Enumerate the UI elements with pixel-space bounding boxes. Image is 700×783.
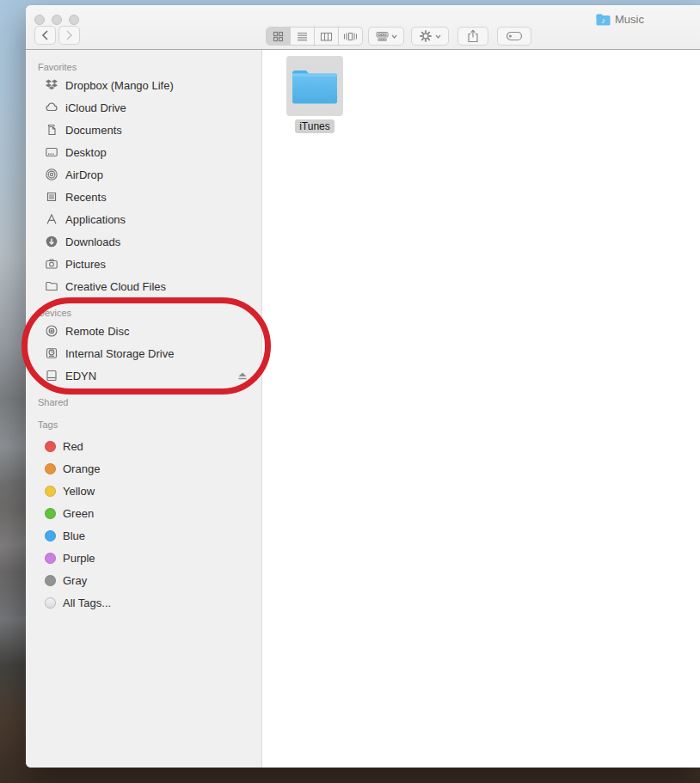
coverflow-view-button[interactable]: [339, 28, 362, 45]
list-view-button[interactable]: [291, 28, 315, 45]
eject-button[interactable]: [236, 370, 249, 382]
folder-selection-highlight: [286, 56, 343, 116]
sidebar-item-documents[interactable]: Documents: [26, 119, 261, 141]
sidebar-item-label: Gray: [63, 574, 87, 587]
view-mode-segmented-control: [266, 27, 363, 46]
arrange-button[interactable]: [368, 27, 404, 46]
sidebar-item-label: Yellow: [63, 485, 95, 498]
sidebar-item-label: Desktop: [65, 146, 107, 159]
sidebar-item-tag-blue[interactable]: Blue: [26, 524, 261, 547]
sidebar-item-airdrop[interactable]: AirDrop: [26, 163, 261, 186]
forward-button[interactable]: [58, 26, 80, 45]
window-title-text: Music: [615, 13, 644, 26]
sidebar-item-tag-red[interactable]: Red: [26, 435, 261, 457]
icon-view-button[interactable]: [267, 28, 291, 45]
disc-icon: [45, 324, 58, 338]
music-folder-icon: ♪: [596, 14, 611, 26]
sidebar-section-shared: Shared: [38, 395, 261, 409]
traffic-lights: [34, 15, 79, 25]
list-view-icon: [297, 31, 308, 42]
group-icon: [376, 31, 389, 42]
red-tag-dot-icon: [45, 441, 56, 452]
gear-icon: [419, 29, 433, 43]
sidebar-item-creative-cloud-files[interactable]: Creative Cloud Files: [26, 275, 261, 297]
sidebar-item-tag-orange[interactable]: Orange: [26, 457, 261, 480]
sidebar-item-remote-disc[interactable]: Remote Disc: [26, 320, 261, 342]
blue-tag-dot-icon: [45, 530, 56, 541]
file-view: iTunes: [262, 50, 700, 768]
sidebar-section-tags: Tags: [38, 418, 261, 431]
pictures-icon: [45, 257, 58, 271]
sidebar-item-edyn[interactable]: EDYN: [26, 364, 261, 387]
gray-tag-dot-icon: [45, 575, 56, 586]
sidebar-item-label: AirDrop: [65, 168, 103, 181]
sidebar-item-tag-purple[interactable]: Purple: [26, 547, 261, 569]
orange-tag-dot-icon: [45, 463, 56, 474]
internal-drive-icon: [45, 346, 58, 360]
sidebar-item-label: Remote Disc: [65, 325, 129, 338]
titlebar: ♪ Music: [26, 5, 700, 50]
sidebar-item-desktop[interactable]: Desktop: [26, 141, 261, 163]
sidebar-item-label: Internal Storage Drive: [65, 347, 174, 360]
yellow-tag-dot-icon: [45, 486, 56, 497]
sidebar-item-label: Blue: [63, 529, 85, 542]
nav-buttons: [34, 26, 80, 45]
icloud-icon: [45, 101, 58, 114]
sidebar-item-tag-gray[interactable]: Gray: [26, 569, 261, 591]
sidebar-item-label: Green: [63, 507, 94, 520]
sidebar-item-internal-storage-drive[interactable]: Internal Storage Drive: [26, 342, 261, 364]
sidebar-item-label: All Tags...: [63, 596, 111, 609]
sidebar-item-dropbox[interactable]: Dropbox (Mango Life): [26, 74, 261, 96]
sidebar-item-tag-yellow[interactable]: Yellow: [26, 480, 261, 502]
sidebar-item-tag-green[interactable]: Green: [26, 502, 261, 524]
icon-view-icon: [273, 31, 284, 42]
sidebar-item-all-tags[interactable]: All Tags...: [26, 591, 261, 614]
blue-folder-icon: [290, 65, 340, 107]
chevron-down-icon: [391, 34, 397, 39]
file-item-itunes[interactable]: iTunes: [285, 56, 345, 133]
back-button[interactable]: [34, 26, 56, 45]
desktop-icon: [45, 145, 58, 159]
external-drive-icon: [45, 369, 58, 382]
finder-window: ♪ Music Favorites Dropbox (Mango Life) i…: [26, 5, 700, 768]
downloads-icon: [45, 235, 58, 248]
minimize-button[interactable]: [52, 15, 62, 25]
tag-button[interactable]: [497, 27, 531, 46]
sidebar-item-label: Dropbox (Mango Life): [65, 79, 174, 92]
sidebar-item-pictures[interactable]: Pictures: [26, 253, 261, 275]
sidebar-item-label: EDYN: [65, 370, 96, 382]
applications-icon: [45, 212, 58, 226]
sidebar-item-downloads[interactable]: Downloads: [26, 230, 261, 253]
tag-icon: [506, 31, 523, 41]
window-title: ♪ Music: [596, 13, 644, 26]
tags-list: Red Orange Yellow Green Blue: [26, 435, 261, 614]
action-button[interactable]: [411, 27, 449, 46]
sidebar-item-icloud-drive[interactable]: iCloud Drive: [26, 96, 261, 119]
coverflow-view-icon: [343, 31, 358, 42]
file-label[interactable]: iTunes: [295, 119, 335, 133]
sidebar-item-label: Downloads: [65, 236, 120, 248]
share-button[interactable]: [457, 27, 488, 46]
chevron-right-icon: [65, 30, 73, 40]
share-icon: [467, 29, 479, 43]
sidebar-item-label: Applications: [65, 213, 126, 226]
dropbox-icon: [45, 78, 58, 92]
sidebar-item-recents[interactable]: Recents: [26, 186, 261, 208]
column-view-button[interactable]: [315, 28, 339, 45]
sidebar-item-label: Recents: [65, 191, 107, 204]
window-body: Favorites Dropbox (Mango Life) iCloud Dr…: [26, 50, 700, 768]
folder-icon: [45, 279, 58, 293]
sidebar-item-label: iCloud Drive: [65, 101, 126, 114]
sidebar-section-devices: Devices: [38, 306, 261, 320]
sidebar-item-applications[interactable]: Applications: [26, 208, 261, 230]
close-button[interactable]: [34, 15, 45, 25]
sidebar-item-label: Red: [63, 440, 83, 453]
documents-icon: [45, 123, 58, 137]
sidebar: Favorites Dropbox (Mango Life) iCloud Dr…: [26, 50, 262, 768]
airdrop-icon: [45, 168, 58, 181]
eject-icon: [237, 371, 248, 381]
sidebar-item-label: Orange: [63, 462, 100, 475]
all-tags-dot-icon: [45, 597, 56, 609]
zoom-button[interactable]: [69, 15, 79, 25]
chevron-left-icon: [41, 30, 49, 40]
